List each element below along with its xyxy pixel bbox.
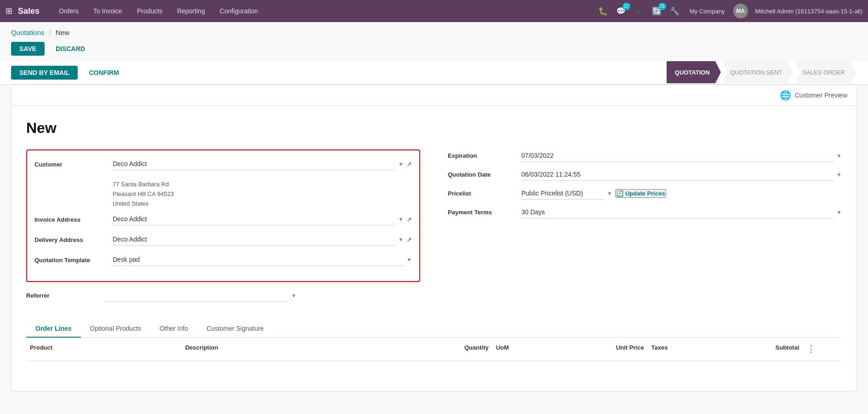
quotation-date-input[interactable] <box>521 168 834 181</box>
invoice-address-input[interactable] <box>113 213 395 225</box>
tab-customer-signature[interactable]: Customer Signature <box>197 320 273 338</box>
nav-products[interactable]: Products <box>131 5 169 17</box>
step-quotation-sent[interactable]: QUOTATION SENT <box>722 61 794 83</box>
pricelist-dropdown-icon[interactable]: ▼ <box>607 190 612 197</box>
table-actions-icon[interactable]: ⋮ <box>807 345 815 354</box>
tab-other-info[interactable]: Other Info <box>150 320 197 338</box>
confirm-button[interactable]: CONFIRM <box>82 66 125 80</box>
user-name: Mitchell Admin (16113754-saas-15-1-all) <box>755 8 862 15</box>
customer-address-row: 77 Santa Barbara Rd Pleasant Hill CA 945… <box>34 178 412 208</box>
delivery-address-value: ▼ ↗ <box>113 233 412 246</box>
pricelist-input[interactable] <box>521 187 604 200</box>
customer-preview-button[interactable]: 🌐 Customer Preview <box>780 90 847 101</box>
referrer-dropdown-icon[interactable]: ▼ <box>291 293 297 299</box>
app-grid-icon[interactable]: ⊞ <box>6 6 12 16</box>
quotation-date-row: Quotation Date ▼ <box>448 168 842 181</box>
customer-section: Customer ▼ ↗ 77 Santa Barbara Rd <box>26 150 420 282</box>
tabs-bar: Order Lines Optional Products Other Info… <box>26 320 842 338</box>
th-actions: ⋮ <box>803 342 842 356</box>
expiration-dropdown-icon[interactable]: ▼ <box>836 153 842 159</box>
top-navigation: ⊞ Sales Orders To Invoice Products Repor… <box>0 0 868 22</box>
customer-address-text: 77 Santa Barbara Rd Pleasant Hill CA 945… <box>113 178 174 208</box>
nav-icons-group: 🐛 💬 17 📞 🔄 31 🔧 My Company MA Mitchell A… <box>596 4 862 18</box>
refresh-badge: 31 <box>658 3 666 10</box>
table-row-hint[interactable] <box>26 361 842 377</box>
quotation-template-label: Quotation Template <box>34 253 113 264</box>
nav-reporting[interactable]: Reporting <box>171 5 211 17</box>
payment-terms-input[interactable] <box>521 206 834 218</box>
delivery-address-external-link-icon[interactable]: ↗ <box>406 236 412 243</box>
delivery-address-input[interactable] <box>113 233 395 246</box>
update-prices-button[interactable]: 🔄 Update Prices <box>615 189 666 198</box>
th-subtotal: Subtotal <box>725 342 803 356</box>
form-title: New <box>26 120 842 137</box>
payment-terms-row: Payment Terms ▼ <box>448 206 842 218</box>
quotation-template-input[interactable] <box>113 253 404 266</box>
send-by-email-button[interactable]: SEND BY EMAIL <box>11 66 78 80</box>
globe-icon: 🌐 <box>780 90 791 101</box>
refresh-icon[interactable]: 🔄 31 <box>650 5 663 18</box>
customer-field-value: ▼ ↗ <box>113 158 412 170</box>
referrer-input[interactable] <box>104 289 288 302</box>
quotation-template-row: Quotation Template ▼ <box>34 253 412 269</box>
payment-terms-value: ▼ <box>521 206 842 218</box>
quotation-template-value: ▼ <box>113 253 412 266</box>
quotation-date-label: Quotation Date <box>448 171 521 178</box>
chat-badge: 17 <box>622 3 630 10</box>
customer-input[interactable] <box>113 158 395 170</box>
th-description: Description <box>182 342 415 356</box>
nav-orders[interactable]: Orders <box>52 5 85 17</box>
status-bar: SEND BY EMAIL CONFIRM QUOTATION QUOTATIO… <box>0 61 868 85</box>
status-bar-left-actions: SEND BY EMAIL CONFIRM <box>11 61 126 84</box>
payment-terms-dropdown-icon[interactable]: ▼ <box>836 209 842 216</box>
form-card: New Customer ▼ ↗ <box>11 105 857 391</box>
nav-configuration[interactable]: Configuration <box>213 5 264 17</box>
expiration-row: Expiration ▼ <box>448 150 842 162</box>
th-unit-price: Unit Price <box>570 342 648 356</box>
customer-dropdown-icon[interactable]: ▼ <box>398 161 404 167</box>
breadcrumb-parent[interactable]: Quotations <box>11 29 45 36</box>
invoice-address-row: Invoice Address ▼ ↗ <box>34 213 412 229</box>
tab-order-lines[interactable]: Order Lines <box>26 320 81 338</box>
save-button[interactable]: SAVE <box>11 42 45 56</box>
main-content: 🌐 Customer Preview New Customer ▼ ↗ <box>0 85 868 402</box>
bug-icon[interactable]: 🐛 <box>596 5 610 18</box>
invoice-address-label: Invoice Address <box>34 213 113 223</box>
referrer-row: Referrer ▼ <box>26 289 420 302</box>
quotation-template-dropdown-icon[interactable]: ▼ <box>406 257 412 263</box>
delivery-address-dropdown-icon[interactable]: ▼ <box>398 236 404 243</box>
address-line3: United States <box>113 199 174 209</box>
nav-to-invoice[interactable]: To Invoice <box>87 5 129 17</box>
customer-label: Customer <box>34 158 113 168</box>
discard-button[interactable]: DISCARD <box>49 42 91 56</box>
phone-icon[interactable]: 📞 <box>632 5 645 18</box>
address-line1: 77 Santa Barbara Rd <box>113 180 174 190</box>
referrer-label: Referrer <box>26 292 104 299</box>
th-uom: UoM <box>492 342 570 356</box>
delivery-address-label: Delivery Address <box>34 233 113 243</box>
customer-address-value: 77 Santa Barbara Rd Pleasant Hill CA 945… <box>113 178 412 208</box>
action-bar: SAVE DISCARD <box>0 39 868 61</box>
quotation-date-dropdown-icon[interactable]: ▼ <box>836 172 842 178</box>
customer-external-link-icon[interactable]: ↗ <box>406 161 412 168</box>
th-product: Product <box>26 342 182 356</box>
chat-icon[interactable]: 💬 17 <box>614 5 628 18</box>
customer-field-row: Customer ▼ ↗ <box>34 158 412 173</box>
pricelist-value: ▼ 🔄 Update Prices <box>521 187 842 200</box>
pricelist-row: Pricelist ▼ 🔄 Update Prices <box>448 187 842 200</box>
app-name: Sales <box>18 6 40 16</box>
expiration-input[interactable] <box>521 150 834 162</box>
tab-optional-products[interactable]: Optional Products <box>81 320 150 338</box>
step-sales-order[interactable]: SALES ORDER <box>794 61 856 83</box>
company-name: My Company <box>690 8 725 15</box>
expiration-value: ▼ <box>521 150 842 162</box>
invoice-address-dropdown-icon[interactable]: ▼ <box>398 216 404 223</box>
customer-preview-label: Customer Preview <box>795 92 847 99</box>
form-right-column: Expiration ▼ Quotation Date ▼ Pr <box>448 150 842 311</box>
status-steps: QUOTATION QUOTATION SENT SALES ORDER <box>667 61 857 84</box>
step-quotation[interactable]: QUOTATION <box>667 61 721 83</box>
invoice-address-external-link-icon[interactable]: ↗ <box>406 216 412 223</box>
refresh-prices-icon: 🔄 <box>616 190 623 197</box>
payment-terms-label: Payment Terms <box>448 209 521 216</box>
wrench-icon[interactable]: 🔧 <box>668 5 681 18</box>
